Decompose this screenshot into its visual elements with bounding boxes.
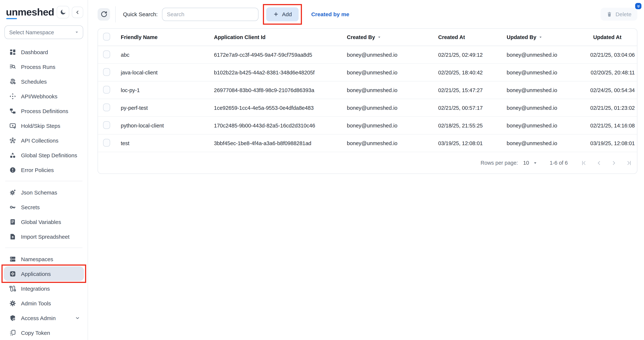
cell-created-by: boney@unmeshed.io bbox=[347, 105, 438, 111]
refresh-button[interactable] bbox=[98, 8, 110, 21]
add-button[interactable]: Add bbox=[266, 7, 298, 21]
sidebar-item-schedules[interactable]: Schedules bbox=[4, 74, 84, 89]
cell-updated-at: 02/21/25, 03:04:06 bbox=[588, 52, 637, 58]
sidebar-header: unmeshed bbox=[4, 5, 84, 19]
cell-updated-at: 03/19/25, 12:08:01 bbox=[588, 140, 637, 146]
sidebar-item-global-step-definitions[interactable]: Global Step Definitions bbox=[4, 148, 84, 162]
row-checkbox[interactable] bbox=[103, 121, 110, 129]
next-page-icon bbox=[611, 160, 617, 166]
app-root: unmeshed Select Namespace Dashboard Proc… bbox=[0, 0, 644, 340]
sidebar-item-label: API/Webhooks bbox=[21, 93, 58, 99]
select-all-checkbox[interactable] bbox=[103, 33, 110, 41]
table-row[interactable]: abc 6172e7a9-cc3f-4945-9a47-59cf759aa8d5… bbox=[98, 46, 637, 64]
namespace-select-placeholder: Select Namespace bbox=[9, 29, 54, 35]
process-definitions-icon bbox=[9, 107, 16, 114]
cell-updated-by: boney@unmeshed.io bbox=[507, 105, 588, 111]
sidebar-item-hold-skip-steps[interactable]: Hold/Skip Steps bbox=[4, 118, 84, 133]
sidebar-item-secrets[interactable]: Secrets bbox=[4, 200, 84, 214]
trash-icon bbox=[606, 11, 612, 17]
sidebar-item-label: Integrations bbox=[21, 285, 50, 291]
first-page-button[interactable] bbox=[581, 160, 587, 166]
sidebar-item-admin-tools[interactable]: Admin Tools bbox=[4, 296, 84, 310]
cell-friendly-name: abc bbox=[121, 52, 214, 58]
sidebar-item-namespaces[interactable]: Namespaces bbox=[4, 252, 84, 266]
sidebar-item-process-definitions[interactable]: Process Definitions bbox=[4, 104, 84, 118]
search-input[interactable] bbox=[162, 8, 258, 21]
sidebar-item-label: Applications bbox=[21, 270, 51, 277]
hold-skip-steps-icon bbox=[9, 122, 16, 129]
sidebar-item-global-variables[interactable]: Global Variables bbox=[4, 214, 84, 229]
refresh-icon bbox=[100, 11, 107, 18]
dashboard-icon bbox=[9, 49, 16, 56]
table-row[interactable]: python-local-client 170c2485-9b00-443d-8… bbox=[98, 117, 637, 134]
sidebar-item-label: Copy Token bbox=[21, 329, 50, 336]
cell-friendly-name: java-local-client bbox=[121, 70, 214, 75]
row-checkbox[interactable] bbox=[103, 139, 110, 146]
first-page-icon bbox=[581, 160, 587, 166]
table-row[interactable]: loc-py-1 26977084-83b0-43f8-98c9-21076d8… bbox=[98, 81, 637, 99]
sidebar-item-import-spreadsheet[interactable]: Import Spreadsheet bbox=[4, 229, 84, 244]
sidebar-item-label: Import Spreadsheet bbox=[21, 233, 70, 240]
sidebar-item-api-collections[interactable]: API Collections bbox=[4, 133, 84, 148]
row-checkbox[interactable] bbox=[103, 86, 110, 93]
access-admin-icon bbox=[9, 314, 16, 321]
cell-created-at: 02/21/25, 15:47:27 bbox=[438, 87, 507, 93]
import-spreadsheet-icon bbox=[9, 233, 16, 240]
sidebar-item-copy-token[interactable]: Copy Token bbox=[4, 325, 84, 340]
last-page-icon bbox=[626, 160, 632, 166]
cell-updated-at: 02/21/25, 14:16:08 bbox=[588, 123, 637, 128]
sidebar-item-integrations[interactable]: Integrations bbox=[4, 281, 84, 296]
row-checkbox[interactable] bbox=[103, 50, 110, 58]
table-body: abc 6172e7a9-cc3f-4945-9a47-59cf759aa8d5… bbox=[98, 46, 637, 152]
sidebar-item-api-webhooks[interactable]: API/Webhooks bbox=[4, 89, 84, 104]
cell-created-by: boney@unmeshed.io bbox=[347, 123, 438, 128]
table-row[interactable]: java-local-client b102b22a-b425-44a2-838… bbox=[98, 64, 637, 81]
sidebar-item-error-policies[interactable]: Error Policies bbox=[4, 162, 84, 177]
cell-friendly-name: py-perf-test bbox=[121, 105, 214, 111]
chevrons-down-icon bbox=[636, 4, 640, 8]
sidebar-item-process-runs[interactable]: Process Runs bbox=[4, 59, 84, 74]
logo-underline bbox=[6, 18, 17, 19]
sidebar-item-label: Schedules bbox=[21, 78, 47, 85]
column-header-updated-by[interactable]: Updated By bbox=[507, 34, 542, 40]
cell-updated-by: boney@unmeshed.io bbox=[507, 87, 588, 93]
sidebar-item-dashboard[interactable]: Dashboard bbox=[4, 45, 84, 59]
table-row[interactable]: py-perf-test 1ce92659-1cc4-4e5a-9553-0e4… bbox=[98, 99, 637, 117]
sidebar-item-label: Process Runs bbox=[21, 64, 56, 70]
cell-application-client-id: 1ce92659-1cc4-4e5a-9553-0e4dfda8e483 bbox=[214, 105, 347, 111]
plus-icon bbox=[273, 12, 279, 17]
cell-created-at: 02/21/25, 00:57:17 bbox=[438, 105, 507, 111]
column-header-created-at: Created At bbox=[438, 34, 507, 40]
sidebar-item-label: Admin Tools bbox=[21, 300, 51, 306]
cell-updated-by: boney@unmeshed.io bbox=[507, 123, 588, 128]
toolbar-divider bbox=[115, 6, 116, 22]
last-page-button[interactable] bbox=[626, 160, 632, 166]
cell-application-client-id: b102b22a-b425-44a2-8381-348d6e48205f bbox=[214, 70, 347, 75]
table-row[interactable]: test 3bbf45ec-1be8-4f4a-a3a6-b8f0988281a… bbox=[98, 134, 637, 152]
cell-created-at: 02/21/25, 02:49:12 bbox=[438, 52, 507, 58]
column-header-created-by[interactable]: Created By bbox=[347, 34, 381, 40]
row-checkbox[interactable] bbox=[103, 103, 110, 111]
previous-page-button[interactable] bbox=[596, 160, 602, 166]
delete-button[interactable]: Delete bbox=[600, 8, 637, 21]
column-header-application-client-id: Application Client Id bbox=[214, 34, 347, 40]
sidebar-item-applications[interactable]: Applications bbox=[4, 266, 84, 281]
app-logo[interactable]: unmeshed bbox=[6, 7, 54, 17]
namespace-select[interactable]: Select Namespace bbox=[4, 26, 83, 39]
cell-application-client-id: 3bbf45ec-1be8-4f4a-a3a6-b8f0988281ad bbox=[214, 140, 347, 146]
cell-created-at: 02/20/25, 18:40:42 bbox=[438, 70, 507, 75]
rows-per-page-select[interactable]: 10 bbox=[523, 160, 538, 166]
chevron-down-icon bbox=[75, 315, 80, 321]
sidebar-item-access-admin[interactable]: Access Admin bbox=[4, 310, 84, 325]
table-header-row: Friendly Name Application Client Id Crea… bbox=[98, 29, 637, 46]
next-page-button[interactable] bbox=[611, 160, 617, 166]
admin-tools-icon bbox=[9, 300, 16, 307]
row-checkbox[interactable] bbox=[103, 68, 110, 76]
created-by-me-link[interactable]: Created by me bbox=[311, 11, 349, 17]
scroll-down-badge[interactable] bbox=[635, 3, 642, 9]
sidebar-item-json-schemas[interactable]: Json Schemas bbox=[4, 185, 84, 200]
sidebar-collapse-button[interactable] bbox=[72, 7, 83, 18]
theme-toggle-button[interactable] bbox=[57, 6, 69, 19]
sidebar-divider bbox=[5, 247, 82, 248]
rows-per-page-value: 10 bbox=[523, 160, 529, 166]
